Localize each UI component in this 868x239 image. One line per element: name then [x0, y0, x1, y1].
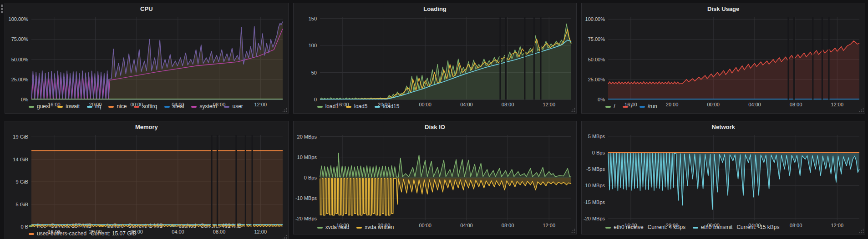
chart-plot: 16:0020:0000:0004:0008:0012:000%25.00%50… [583, 14, 864, 102]
x-tick-label: 04:00 [748, 102, 761, 107]
panel-memory: Memory 16:0020:0000:0004:0008:0012:000 B… [5, 121, 289, 239]
y-tick-label: 25.00% [588, 77, 605, 82]
y-tick-label: 0% [21, 97, 28, 102]
resize-handle-icon[interactable] [571, 108, 575, 112]
sidebar-grip-icon[interactable] [1, 5, 3, 7]
y-tick-label: 20 MBps [297, 134, 317, 139]
y-tick-label: 0 Bps [592, 150, 605, 155]
y-tick-label: -5 MBps [586, 166, 605, 172]
panel-grid: CPU 16:0020:0000:0004:0008:0012:000%25.0… [5, 3, 865, 234]
data-gap [822, 17, 823, 100]
panel-cpu: CPU 16:0020:0000:0004:0008:0012:000%25.0… [5, 3, 289, 114]
x-tick-label: 12:00 [831, 102, 844, 107]
x-tick-label: 20:00 [666, 102, 679, 107]
data-gap [235, 135, 237, 227]
resize-handle-icon[interactable] [859, 108, 864, 112]
y-tick-label: 0 B [20, 224, 28, 229]
y-tick-label: -20 MBps [584, 216, 605, 221]
x-tick-label: 20:00 [666, 223, 679, 228]
chart-svg: 16:0020:0000:0004:0008:0012:000 B5 GiB9 … [6, 132, 287, 237]
x-tick-label: 16:00 [48, 102, 61, 107]
data-gap [499, 17, 501, 100]
x-tick-label: 08:00 [790, 102, 802, 107]
x-tick-label: 00:00 [130, 102, 143, 107]
panel-title[interactable]: CPU [5, 3, 288, 14]
panel-disk-io: Disk IO 16:0020:0000:0004:0008:0012:00-2… [293, 121, 577, 234]
x-tick-label: 04:00 [460, 102, 473, 107]
resize-handle-icon[interactable] [859, 229, 864, 233]
chart-svg: 16:0020:0000:0004:0008:0012:00-20 MBps-1… [294, 132, 576, 230]
chart-svg: 16:0020:0000:0004:0008:0012:00-20 MBps-1… [583, 132, 864, 230]
panel-title[interactable]: Network [582, 121, 865, 132]
x-tick-label: 00:00 [707, 102, 720, 107]
y-tick-label: 5 MBps [588, 134, 605, 139]
dashboard: CPU 16:0020:0000:0004:0008:0012:000%25.0… [0, 0, 868, 239]
x-tick-label: 20:00 [377, 223, 390, 228]
x-tick-label: 04:00 [748, 223, 761, 228]
panel-loading: Loading 16:0020:0000:0004:0008:0012:0005… [293, 3, 577, 114]
y-tick-label: 5 GiB [15, 202, 28, 207]
chart-plot: 16:0020:0000:0004:0008:0012:00050100150 [294, 14, 576, 102]
x-tick-label: 00:00 [419, 223, 431, 228]
x-tick-label: 16:00 [624, 102, 637, 107]
y-tick-label: -20 MBps [295, 216, 317, 221]
x-tick-label: 08:00 [501, 102, 514, 107]
y-tick-label: 19 GiB [13, 134, 28, 139]
x-tick-label: 00:00 [419, 102, 431, 107]
y-tick-label: 75.00% [588, 36, 605, 42]
chart-plot: 16:0020:0000:0004:0008:0012:00-20 MBps-1… [294, 132, 576, 223]
x-tick-label: 16:00 [48, 229, 61, 234]
x-tick-label: 12:00 [543, 102, 555, 107]
y-tick-label: -10 MBps [295, 195, 317, 201]
chart-plot: 16:0020:0000:0004:0008:0012:000%25.00%50… [6, 14, 287, 102]
panel-title[interactable]: Disk Usage [582, 3, 865, 14]
x-tick-label: 12:00 [254, 229, 267, 234]
y-tick-label: 9 GiB [15, 179, 28, 184]
data-gap [217, 135, 218, 227]
series-fill-user [109, 22, 283, 100]
x-tick-label: 16:00 [336, 102, 349, 107]
x-tick-label: 20:00 [89, 102, 102, 107]
y-tick-label: 10 MBps [297, 154, 317, 160]
panel-title[interactable]: Loading [294, 3, 577, 14]
panel-title[interactable]: Disk IO [294, 121, 577, 132]
panel-network: Network 16:0020:0000:0004:0008:0012:00-2… [581, 121, 865, 234]
y-tick-label: 14 GiB [13, 157, 28, 162]
y-tick-label: 25.00% [11, 77, 29, 82]
x-tick-label: 08:00 [213, 102, 226, 107]
panel-disk-usage: Disk Usage 16:0020:0000:0004:0008:0012:0… [581, 3, 865, 114]
x-tick-label: 08:00 [213, 229, 226, 234]
y-tick-label: 150 [308, 16, 316, 21]
y-tick-label: -10 MBps [584, 183, 605, 188]
resize-handle-icon[interactable] [283, 108, 287, 112]
y-tick-label: 100.00% [585, 16, 605, 22]
y-tick-label: 50.00% [11, 57, 29, 62]
x-tick-label: 00:00 [130, 229, 143, 234]
resize-handle-icon[interactable] [283, 235, 287, 239]
x-tick-label: 12:00 [831, 223, 844, 228]
x-tick-label: 20:00 [377, 102, 390, 107]
data-gap [245, 135, 246, 227]
data-gap [211, 135, 212, 227]
x-tick-label: 04:00 [172, 229, 184, 234]
y-tick-label: 0% [598, 97, 605, 102]
data-gap [505, 17, 507, 100]
y-tick-label: 50.00% [588, 57, 605, 62]
data-gap [533, 17, 534, 100]
x-tick-label: 12:00 [254, 102, 267, 107]
y-tick-label: 0 [314, 97, 317, 102]
x-tick-label: 16:00 [336, 223, 349, 228]
chart-plot: 16:0020:0000:0004:0008:0012:000 B5 GiB9 … [6, 132, 287, 221]
chart-plot: 16:0020:0000:0004:0008:0012:00-20 MBps-1… [583, 132, 864, 223]
chart-svg: 16:0020:0000:0004:0008:0012:000%25.00%50… [6, 14, 287, 110]
data-gap [828, 17, 830, 100]
data-gap [252, 135, 253, 227]
data-gap [524, 17, 525, 100]
x-tick-label: 08:00 [501, 223, 514, 228]
resize-handle-icon[interactable] [571, 229, 575, 233]
data-gap [788, 17, 789, 100]
data-gap [540, 17, 541, 100]
panel-title[interactable]: Memory [5, 121, 288, 132]
x-tick-label: 20:00 [89, 229, 102, 234]
chart-svg: 16:0020:0000:0004:0008:0012:000%25.00%50… [583, 14, 864, 110]
